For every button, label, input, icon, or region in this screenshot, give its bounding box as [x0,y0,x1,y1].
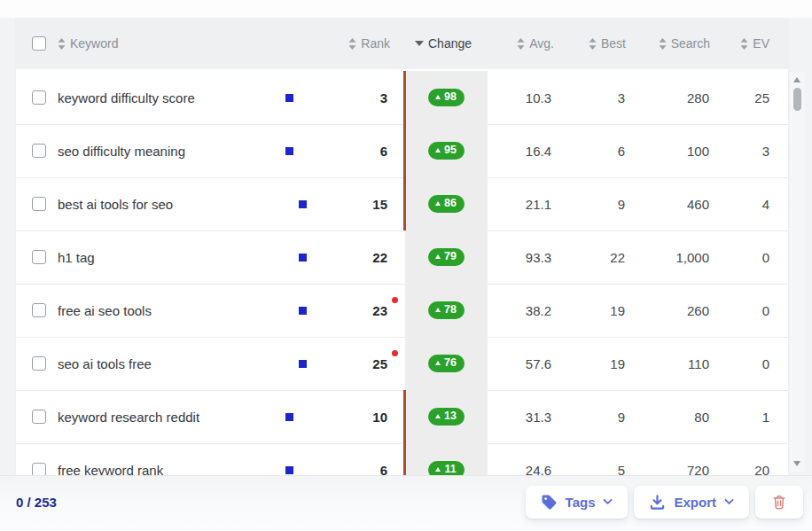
rank-marker-icon [285,413,293,421]
change-up-badge: 98 [428,89,465,106]
column-label: Avg. [529,36,554,51]
row-checkbox[interactable] [32,303,46,317]
rank-alert-dot-icon [392,350,398,356]
rank-value: 10 [372,410,387,425]
select-all-checkbox[interactable] [32,36,46,51]
column-header-keyword[interactable]: Keyword [58,36,118,51]
sort-icon [740,38,748,50]
top-strip [0,0,812,18]
avg-value: 57.6 [526,356,551,371]
scroll-down-arrow-icon[interactable] [793,461,800,466]
rank-value: 25 [372,356,387,371]
keyword-text[interactable]: free keyword rank [58,463,163,476]
sort-icon [517,38,525,50]
ev-value: 1 [762,410,769,425]
ev-value: 3 [762,144,769,159]
ev-value: 20 [754,463,769,476]
row-checkbox[interactable] [32,356,46,371]
keyword-text[interactable]: keyword difficulty score [58,90,195,105]
table-row[interactable]: h1 tag 22 79 93.3 22 1,000 0 [16,230,788,284]
up-arrow-icon [435,95,441,99]
up-arrow-icon [435,308,441,312]
keyword-text[interactable]: free ai seo tools [58,303,152,318]
up-arrow-icon [435,254,441,259]
search-volume-value: 1,000 [675,250,709,265]
avg-value: 16.4 [526,144,551,159]
export-button[interactable]: Export [634,486,749,519]
row-checkbox[interactable] [32,197,46,211]
tag-icon [541,494,558,511]
ev-value: 0 [762,356,769,371]
rank-marker-icon [299,307,307,315]
search-volume-value: 260 [687,303,709,318]
search-volume-value: 100 [687,144,709,159]
column-header-avg[interactable]: Avg. [517,36,554,51]
column-label: Keyword [70,36,118,51]
row-checkbox[interactable] [32,410,46,424]
scroll-up-arrow-icon[interactable] [793,77,800,82]
keywords-table: Keyword Rank Change Avg. Best Search [16,18,788,475]
ev-value: 25 [754,90,769,105]
keyword-text[interactable]: seo difficulty meaning [58,144,185,159]
table-row[interactable]: free ai seo tools 23 78 38.2 19 260 0 [16,284,788,337]
export-button-label: Export [674,495,716,510]
scrollbar-thumb[interactable] [793,88,801,111]
table-row[interactable]: keyword research reddit 10 13 31.3 9 80 … [16,390,788,443]
download-icon [649,494,666,511]
rank-marker-icon [285,94,293,102]
keyword-text[interactable]: best ai tools for seo [58,197,173,212]
column-label: Best [601,36,626,51]
column-header-change[interactable]: Change [415,36,472,51]
up-arrow-icon [435,414,441,418]
column-header-ev[interactable]: EV [740,36,769,51]
change-up-badge: 13 [428,408,465,426]
rank-marker-icon [299,360,307,368]
change-up-badge: 11 [428,461,464,475]
rank-value: 6 [380,463,387,476]
best-value: 3 [618,90,625,105]
sort-icon [659,38,667,50]
row-checkbox[interactable] [32,250,46,264]
column-header-rank[interactable]: Rank [348,36,390,51]
table-row[interactable]: seo difficulty meaning 6 95 16.4 6 100 3 [16,124,788,177]
avg-value: 93.3 [526,250,551,265]
change-up-badge: 86 [428,195,465,213]
rank-marker-icon [285,466,293,474]
keyword-text[interactable]: keyword research reddit [58,410,199,425]
best-value: 5 [618,463,625,476]
change-up-badge: 78 [428,301,465,319]
tags-button-label: Tags [566,495,596,510]
rank-value: 15 [372,197,387,212]
row-checkbox[interactable] [32,144,46,158]
chevron-down-icon [603,498,613,505]
keyword-text[interactable]: h1 tag [58,250,95,265]
tags-button[interactable]: Tags [526,486,629,519]
best-value: 22 [610,250,625,265]
footer-actions: Tags Export [526,486,803,519]
column-header-best[interactable]: Best [589,36,626,51]
best-value: 19 [610,356,625,371]
vertical-scrollbar[interactable] [790,73,805,472]
avg-value: 10.3 [526,90,551,105]
keyword-text[interactable]: seo ai tools free [58,356,152,371]
up-arrow-icon [435,467,441,472]
up-arrow-icon [435,148,441,152]
ev-value: 0 [762,303,769,318]
column-label: Rank [361,36,390,51]
rank-marker-icon [285,147,293,155]
best-value: 6 [618,144,625,159]
up-arrow-icon [435,361,441,365]
table-row[interactable]: best ai tools for seo 15 86 21.1 9 460 4 [16,177,788,230]
search-volume-value: 720 [687,463,709,476]
delete-button[interactable] [755,486,803,519]
table-row[interactable]: free keyword rank 6 11 24.6 5 720 20 [16,443,788,475]
row-checkbox[interactable] [32,463,46,475]
table-row[interactable]: seo ai tools free 25 76 57.6 19 110 0 [16,337,788,390]
rank-value: 23 [372,303,387,318]
search-volume-value: 110 [688,356,709,371]
row-checkbox[interactable] [32,90,46,105]
column-header-search[interactable]: Search [659,36,710,51]
avg-value: 21.1 [526,197,551,212]
rank-marker-icon [299,200,307,208]
table-row[interactable]: keyword difficulty score 3 98 10.3 3 280… [16,71,788,124]
